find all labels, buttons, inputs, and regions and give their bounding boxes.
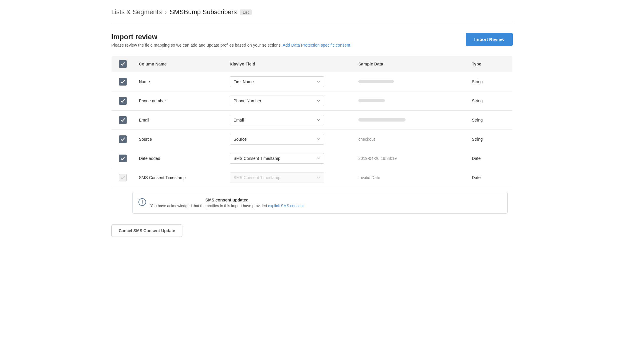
row-checkbox-cell — [112, 168, 134, 187]
sample-data-cell — [354, 72, 467, 91]
row-checkbox[interactable] — [119, 116, 127, 124]
row-checkbox[interactable] — [119, 78, 127, 86]
breadcrumb-parent[interactable]: Lists & Segments — [111, 8, 162, 16]
table-row: SourceSourceFirst NameLast NameEmailPhon… — [112, 130, 513, 149]
klaviyo-field-cell: First NameLast NameEmailPhone NumberSour… — [225, 72, 354, 91]
row-checkbox-cell — [112, 111, 134, 130]
row-checkbox-cell — [112, 130, 134, 149]
table-row: Date addedSMS Consent TimestampFirst Nam… — [112, 149, 513, 168]
th-sample-data: Sample Data — [354, 56, 467, 72]
mapping-table: Column Name Klaviyo Field Sample Data Ty… — [111, 56, 513, 219]
header-description: Please review the field mapping so we ca… — [111, 43, 351, 47]
explicit-sms-consent-link[interactable]: explicit SMS consent — [268, 204, 304, 208]
row-checkbox[interactable] — [119, 174, 127, 181]
sample-data-bar — [358, 118, 406, 122]
type-cell: String — [467, 111, 513, 130]
sample-data-text: Invalid Date — [354, 168, 467, 187]
sample-data-text: checkout — [354, 130, 467, 149]
column-name-cell: Name — [134, 72, 225, 91]
type-cell: Date — [467, 149, 513, 168]
klaviyo-field-cell: SourceFirst NameLast NameEmailPhone Numb… — [225, 130, 354, 149]
sample-data-bar — [358, 80, 394, 83]
import-review-button[interactable]: Import Review — [466, 33, 513, 46]
row-checkbox[interactable] — [119, 155, 127, 162]
klaviyo-field-select[interactable]: SMS Consent TimestampFirst NameLast Name… — [230, 153, 324, 164]
info-description: You have acknowledged that the profiles … — [150, 204, 304, 208]
breadcrumb-badge: List — [240, 9, 251, 15]
klaviyo-field-cell: SMS Consent TimestampFirst NameLast Name… — [225, 168, 354, 187]
table-header-row: Column Name Klaviyo Field Sample Data Ty… — [112, 56, 513, 72]
sample-data-bar — [358, 99, 385, 102]
type-cell: String — [467, 91, 513, 111]
sample-data-text: 2019-04-26 19:38:19 — [354, 149, 467, 168]
column-name-cell: Phone number — [134, 91, 225, 111]
row-checkbox[interactable] — [119, 97, 127, 105]
klaviyo-field-cell: Phone NumberFirst NameLast NameEmailSour… — [225, 91, 354, 111]
klaviyo-field-select[interactable]: SMS Consent TimestampFirst NameLast Name… — [230, 172, 324, 183]
table-row: SMS Consent TimestampSMS Consent Timesta… — [112, 168, 513, 187]
th-klaviyo-field: Klaviyo Field — [225, 56, 354, 72]
info-content: SMS consent updated You have acknowledge… — [150, 198, 304, 208]
page-title: Import review — [111, 33, 351, 41]
column-name-cell: Email — [134, 111, 225, 130]
info-row: i SMS consent updated You have acknowled… — [112, 187, 513, 219]
row-checkbox-cell — [112, 149, 134, 168]
row-checkbox-cell — [112, 91, 134, 111]
info-icon-letter: i — [142, 200, 143, 204]
row-checkbox[interactable] — [119, 135, 127, 143]
table-row: Phone numberPhone NumberFirst NameLast N… — [112, 91, 513, 111]
table-row: EmailEmailFirst NameLast NamePhone Numbe… — [112, 111, 513, 130]
info-cell: i SMS consent updated You have acknowled… — [112, 187, 513, 219]
info-title: SMS consent updated — [150, 198, 304, 202]
type-cell: String — [467, 72, 513, 91]
select-all-checkbox[interactable] — [119, 60, 127, 68]
klaviyo-field-select[interactable]: EmailFirst NameLast NamePhone NumberSour… — [230, 115, 324, 125]
klaviyo-field-select[interactable]: SourceFirst NameLast NameEmailPhone Numb… — [230, 134, 324, 145]
header-left: Import review Please review the field ma… — [111, 33, 351, 47]
sample-data-cell — [354, 91, 467, 111]
header-row: Import review Please review the field ma… — [111, 33, 513, 47]
cancel-sms-consent-button[interactable]: Cancel SMS Consent Update — [111, 224, 182, 237]
breadcrumb-current: SMSBump Subscribers — [170, 8, 237, 16]
breadcrumb: Lists & Segments › SMSBump Subscribers L… — [111, 0, 513, 22]
klaviyo-field-select[interactable]: Phone NumberFirst NameLast NameEmailSour… — [230, 96, 324, 106]
info-box: i SMS consent updated You have acknowled… — [132, 192, 508, 214]
column-name-cell: Source — [134, 130, 225, 149]
table-row: NameFirst NameLast NameEmailPhone Number… — [112, 72, 513, 91]
th-checkbox-col — [112, 56, 134, 72]
breadcrumb-separator: › — [165, 9, 167, 16]
data-protection-link[interactable]: Add Data Protection specific consent. — [283, 43, 352, 47]
klaviyo-field-cell: SMS Consent TimestampFirst NameLast Name… — [225, 149, 354, 168]
sample-data-cell — [354, 111, 467, 130]
th-type: Type — [467, 56, 513, 72]
row-checkbox-cell — [112, 72, 134, 91]
klaviyo-field-select[interactable]: First NameLast NameEmailPhone NumberSour… — [230, 76, 324, 87]
main-content: Import review Please review the field ma… — [111, 22, 513, 247]
klaviyo-field-cell: EmailFirst NameLast NamePhone NumberSour… — [225, 111, 354, 130]
column-name-cell: SMS Consent Timestamp — [134, 168, 225, 187]
type-cell: Date — [467, 168, 513, 187]
th-column-name: Column Name — [134, 56, 225, 72]
type-cell: String — [467, 130, 513, 149]
column-name-cell: Date added — [134, 149, 225, 168]
info-icon: i — [138, 198, 146, 206]
